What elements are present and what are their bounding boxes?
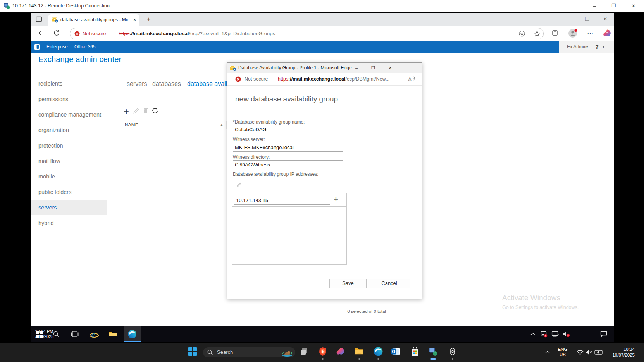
outlook-icon [391,347,400,357]
refresh-icon[interactable] [150,107,160,116]
browser-minimize-button[interactable]: – [563,13,577,26]
sidebar-item-mail-flow[interactable]: mail flow [31,153,107,169]
windows-taskbar: Search [0,343,644,362]
brave-browser-button[interactable] [315,345,331,360]
brave-icon [319,347,327,358]
address-bar[interactable]: Not secure https://mail.mkexchange.local… [70,28,544,39]
back-icon[interactable] [36,29,44,37]
new-dag-dialog-window: Database Availability Group - Profile 1 … [227,62,422,299]
remote-file-explorer-button[interactable] [104,326,121,342]
app-launcher-icon[interactable] [34,44,40,50]
file-explorer-button[interactable] [351,345,367,360]
windows-start-icon [188,347,197,357]
eac-navigation: recipients permissions compliance manage… [31,76,107,231]
clock[interactable]: 18:34 10/07/2025 [601,343,639,362]
dag-ip-address-input[interactable] [234,196,330,205]
remote-network-icon[interactable] [551,326,560,342]
remove-icon[interactable]: — [245,182,251,188]
remote-clock[interactable]: 10:34 PM 7/10/2025 [31,326,58,342]
sidebar-item-organization[interactable]: organization [31,122,107,138]
dialog-not-secure-label: Not secure [245,73,268,85]
save-button[interactable]: Save [329,279,367,288]
sort-ascending-icon[interactable]: ▲ [220,119,223,130]
taskbar-search-box[interactable]: Search [203,347,295,357]
copilot-icon[interactable] [603,29,611,38]
sidebar-item-compliance-management[interactable]: compliance management [31,107,107,122]
rdp-maximize-button[interactable]: ❐ [607,0,620,12]
browser-close-button[interactable]: ✕ [599,13,612,26]
tab-databases[interactable]: databases [152,79,181,89]
microsoft-store-button[interactable] [407,345,423,360]
browser-maximize-button[interactable]: ❐ [581,13,594,26]
activate-windows-subtitle: Go to Settings to activate Windows. [502,305,579,310]
new-icon[interactable]: + [122,107,131,116]
column-divider[interactable] [226,121,227,129]
language-indicator[interactable]: ENG US [554,343,572,362]
suite-link-office365[interactable]: Office 365 [74,41,95,53]
browser-tab-close-icon[interactable]: ✕ [131,17,138,23]
sidebar-item-recipients[interactable]: recipients [31,76,107,91]
dialog-maximize-button[interactable]: ❐ [367,63,379,73]
rdp-minimize-button[interactable]: – [588,0,601,12]
reading-view-icon[interactable] [518,30,525,37]
sidebar-item-protection[interactable]: protection [31,138,107,153]
collections-icon[interactable] [551,29,559,37]
remote-security-flag-icon[interactable] [539,326,549,342]
edge-icon [127,329,137,339]
file-explorer-icon [355,348,364,357]
remote-desktop-button[interactable] [425,345,441,360]
remote-clock-time: 10:34 PM [31,329,58,334]
dag-ip-address-list[interactable] [232,207,347,265]
user-menu-label[interactable]: Ex Admin [567,41,587,53]
outlook-button[interactable] [388,345,403,360]
cancel-button[interactable]: Cancel [368,279,410,288]
edit-icon [236,182,242,188]
volume-muted-icon[interactable] [584,343,594,362]
remote-action-center-icon[interactable] [599,326,609,342]
remote-internet-explorer-button[interactable]: e [86,326,103,342]
dialog-minimize-button[interactable]: – [351,63,362,73]
start-button[interactable] [185,345,200,360]
search-input[interactable]: Search [217,347,233,357]
read-aloud-icon[interactable]: A [408,76,415,82]
sidebar-item-permissions[interactable]: permissions [31,91,107,107]
search-highlight-illustration [281,348,293,357]
task-view-button[interactable] [296,345,312,360]
chevron-down-icon[interactable]: ▾ [586,41,588,53]
browser-settings-more-icon[interactable]: ⋯ [586,29,594,37]
new-tab-button[interactable]: + [145,16,152,23]
remote-edge-button[interactable] [124,326,141,342]
add-ip-address-button[interactable]: + [331,194,341,204]
copilot-button[interactable] [333,345,348,360]
sidebar-item-public-folders[interactable]: public folders [31,184,107,200]
chatgpt-button[interactable] [445,345,460,360]
edge-button[interactable] [370,345,386,360]
dialog-heading: new database availability group [235,95,338,103]
tray-expand-icon[interactable] [542,343,553,362]
witness-directory-input[interactable] [233,160,343,169]
remote-task-view-button[interactable] [66,326,83,342]
help-icon[interactable]: ? [595,41,599,53]
remote-tray-expand-icon[interactable] [528,326,537,342]
suite-link-enterprise[interactable]: Enterprise [46,41,68,53]
dialog-close-button[interactable]: ✕ [384,63,396,73]
tab-servers[interactable]: servers [127,79,147,89]
dag-name-input[interactable] [233,125,343,134]
remote-volume-muted-icon[interactable] [561,326,571,342]
sidebar-item-servers[interactable]: servers [31,200,107,215]
column-header-name[interactable]: NAME [125,119,138,130]
help-chevron-down-icon[interactable]: ▾ [603,41,604,53]
favorite-star-icon[interactable] [534,30,541,37]
sidebar-item-mobile[interactable]: mobile [31,169,107,184]
url-path: /ecp/DBMgmt/New... [345,76,389,82]
profile-avatar[interactable] [568,29,577,38]
rdp-close-button[interactable]: ✕ [627,0,640,12]
reload-icon[interactable] [53,29,60,37]
url-host: ://mail.mkexchange.local [129,31,189,36]
svg-text:A: A [408,76,412,82]
witness-server-input[interactable] [233,143,343,152]
sidebar-item-hybrid[interactable]: hybrid [31,215,107,231]
tab-actions-icon[interactable] [36,16,42,22]
browser-tab-active[interactable]: database availability groups - Microsoft… [48,14,139,26]
sidebar-item-label: permissions [38,96,68,102]
